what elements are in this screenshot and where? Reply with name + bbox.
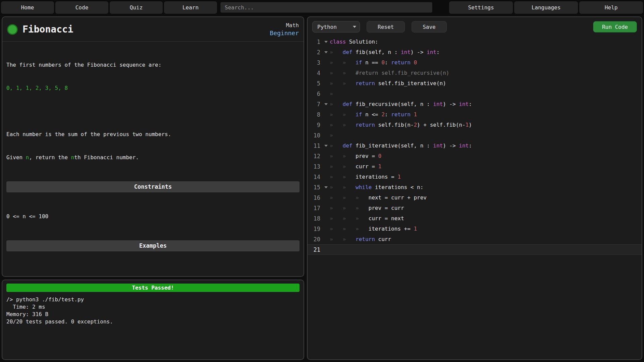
constraints-text: 0 <= n <= 100: [6, 213, 300, 220]
whitespace-marker-icon: »: [330, 70, 343, 76]
whitespace-marker-icon: »: [356, 205, 369, 211]
n-variable: n: [71, 154, 74, 161]
test-results-panel: Tests Passed! /> python3 ./fib/test.py T…: [2, 280, 304, 360]
whitespace-marker-icon: »: [343, 194, 356, 201]
nav-quiz-button[interactable]: Quiz: [110, 1, 163, 14]
code-line[interactable]: 16» » » next = curr + prev: [308, 192, 642, 203]
code-lines[interactable]: 1class Solution:2» def fib(self, n : int…: [308, 37, 642, 359]
code-text: » » curr = 1: [330, 163, 381, 170]
code-text: » » prev = 0: [330, 153, 381, 159]
fold-chevron-icon[interactable]: [322, 41, 330, 43]
whitespace-marker-icon: »: [330, 90, 343, 97]
code-line[interactable]: 14» » iterations = 1: [308, 172, 642, 182]
problem-title: Fibonacci: [22, 24, 73, 35]
code-line[interactable]: 21: [308, 244, 642, 255]
fold-chevron-icon[interactable]: [322, 103, 330, 105]
code-text: » » iterations = 1: [330, 174, 401, 180]
code-line[interactable]: 11» def fib_iterative(self, n : int) -> …: [308, 140, 642, 151]
code-line[interactable]: 1class Solution:: [308, 37, 642, 47]
test-results-inner: Tests Passed! /> python3 ./fib/test.py T…: [2, 280, 304, 329]
whitespace-marker-icon: »: [343, 80, 356, 86]
problem-difficulty[interactable]: Beginner: [270, 29, 299, 37]
example-1: Input: 3 Output: 2: [6, 272, 300, 277]
save-button[interactable]: Save: [412, 21, 447, 33]
code-line[interactable]: 12» » prev = 0: [308, 151, 642, 161]
reset-button[interactable]: Reset: [367, 21, 405, 33]
language-select[interactable]: Python: [312, 21, 360, 33]
line-number: 9: [308, 122, 322, 128]
code-text: » » return self.fib_iterative(n): [330, 80, 446, 86]
line-number: 4: [308, 70, 322, 76]
line-number: 13: [308, 163, 322, 170]
tests-passed-banner: Tests Passed!: [6, 284, 300, 292]
line-number: 14: [308, 174, 322, 180]
problem-given-line: Given n, return the nth Fibonacci number…: [6, 154, 300, 161]
whitespace-marker-icon: »: [330, 205, 343, 211]
whitespace-marker-icon: »: [343, 226, 356, 232]
fold-chevron-icon[interactable]: [322, 186, 330, 188]
whitespace-marker-icon: »: [330, 174, 343, 180]
whitespace-marker-icon: »: [356, 215, 369, 222]
code-line[interactable]: 7» def fib_recursive(self, n : int) -> i…: [308, 99, 642, 109]
code-line[interactable]: 20» » return curr: [308, 234, 642, 244]
code-line[interactable]: 13» » curr = 1: [308, 161, 642, 172]
code-text: »: [330, 132, 343, 138]
code-line[interactable]: 5» » return self.fib_iterative(n): [308, 78, 642, 88]
line-number: 16: [308, 194, 322, 201]
code-line[interactable]: 3» » if n == 0: return 0: [308, 57, 642, 68]
nav-learn-button[interactable]: Learn: [164, 1, 217, 14]
editor-toolbar: Python Reset Save Run Code: [308, 17, 642, 34]
code-line[interactable]: 8» » if n <= 2: return 1: [308, 109, 642, 120]
line-number: 6: [308, 90, 322, 97]
line-number: 17: [308, 205, 322, 212]
code-line[interactable]: 19» » » iterations += 1: [308, 224, 642, 234]
nav-code-button[interactable]: Code: [55, 1, 108, 14]
code-text: » » #return self.fib_recursive(n): [330, 70, 449, 76]
problem-intro: The first numbers of the Fibonacci seque…: [6, 61, 300, 69]
top-nav: Home Code Quiz Learn Settings Languages …: [0, 0, 644, 15]
code-line[interactable]: 10»: [308, 130, 642, 140]
problem-header: Fibonacci Math Beginner: [2, 17, 304, 42]
whitespace-marker-icon: »: [343, 205, 356, 211]
code-text: » » return self.fib(n-2) + self.fib(n-1): [330, 122, 472, 128]
code-line[interactable]: 18» » » curr = next: [308, 213, 642, 224]
code-line[interactable]: 2» def fib(self, n : int) -> int:: [308, 47, 642, 57]
search-input[interactable]: [220, 2, 432, 13]
whitespace-marker-icon: »: [330, 153, 343, 159]
whitespace-marker-icon: »: [343, 59, 356, 66]
nav-settings-button[interactable]: Settings: [449, 1, 513, 14]
line-number: 5: [308, 80, 322, 87]
code-line[interactable]: 9» » return self.fib(n-2) + self.fib(n-1…: [308, 120, 642, 130]
fold-chevron-icon[interactable]: [322, 51, 330, 53]
code-line[interactable]: 15» » while iterations < n:: [308, 182, 642, 192]
run-code-button[interactable]: Run Code: [593, 21, 637, 33]
code-text: » » if n <= 2: return 1: [330, 111, 417, 118]
terminal-line: Memory: 316 B: [6, 311, 300, 318]
nav-help-button[interactable]: Help: [579, 1, 643, 14]
whitespace-marker-icon: »: [330, 163, 343, 170]
whitespace-marker-icon: »: [330, 226, 343, 232]
whitespace-marker-icon: »: [356, 194, 369, 201]
whitespace-marker-icon: »: [330, 142, 343, 149]
nav-home-button[interactable]: Home: [1, 1, 54, 14]
examples-header: Examples: [6, 240, 300, 251]
line-number: 21: [308, 246, 322, 253]
n-variable: n: [26, 154, 29, 161]
fold-chevron-icon[interactable]: [322, 145, 330, 147]
whitespace-marker-icon: »: [330, 122, 343, 128]
status-circle-icon: [7, 24, 18, 35]
nav-languages-button[interactable]: Languages: [514, 1, 578, 14]
whitespace-marker-icon: »: [343, 122, 356, 128]
code-text: » » » next = curr + prev: [330, 194, 427, 201]
code-line[interactable]: 6»: [308, 88, 642, 99]
code-line[interactable]: 4» » #return self.fib_recursive(n): [308, 68, 642, 78]
code-line[interactable]: 17» » » prev = curr: [308, 203, 642, 213]
line-number: 8: [308, 111, 322, 118]
given-text: Given: [6, 154, 26, 161]
line-number: 10: [308, 132, 322, 139]
code-text: » » » prev = curr: [330, 205, 404, 211]
whitespace-marker-icon: »: [330, 111, 343, 118]
line-number: 1: [308, 39, 322, 45]
line-number: 11: [308, 142, 322, 149]
whitespace-marker-icon: »: [330, 101, 343, 107]
